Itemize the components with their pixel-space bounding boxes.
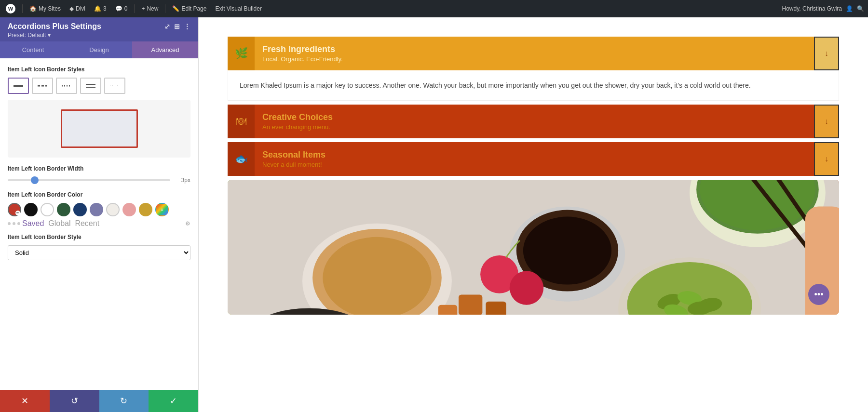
edit-page-link[interactable]: ✏️ Edit Page: [170, 4, 208, 13]
top-bar-left: W 🏠 My Sites ◆ Divi 🔔 3 💬 0 + New ✏️ Edi…: [4, 3, 264, 14]
sidebar-title-icons: ⤢ ⊞ ⋮: [164, 23, 190, 30]
mysites-label: My Sites: [39, 5, 61, 12]
accordion-creative-header[interactable]: 🍽 Creative Choices An ever changing menu…: [228, 105, 839, 138]
svg-rect-29: [459, 295, 482, 315]
food-image-svg: [228, 180, 839, 315]
bell-icon: 🔔: [94, 5, 101, 12]
border-none-btn[interactable]: [104, 78, 125, 94]
color-swatch-black[interactable]: [24, 203, 38, 216]
sidebar-title-row: Accordions Plus Settings ⤢ ⊞ ⋮: [8, 22, 190, 31]
new-label: New: [147, 5, 158, 12]
exit-label: Exit Visual Builder: [215, 5, 262, 12]
home-icon: 🏠: [29, 5, 37, 12]
divi-link[interactable]: ◆ Divi: [68, 4, 87, 13]
page-content: 🌿 Fresh Ingredients Local. Organic. Eco-…: [199, 17, 868, 412]
border-dotted-btn[interactable]: [56, 78, 77, 94]
border-width-slider[interactable]: [8, 179, 170, 181]
wp-logo[interactable]: W: [4, 3, 17, 14]
tab-advanced[interactable]: Advanced: [132, 41, 198, 58]
accordion-fresh-title: Fresh Ingredients: [262, 44, 806, 54]
more-icon[interactable]: ⋮: [184, 23, 190, 30]
svg-point-18: [510, 271, 543, 305]
border-style-select[interactable]: Solid Dashed Dotted Double None: [8, 245, 190, 260]
preset-selector[interactable]: Preset: Default ▾: [8, 32, 190, 39]
undo-button[interactable]: ↺: [50, 390, 99, 412]
color-swatch-pink[interactable]: [122, 203, 136, 216]
accordion-seasonal-toggle[interactable]: ↓: [814, 142, 839, 176]
sidebar-title-text: Accordions Plus Settings: [8, 22, 101, 31]
color-tab-saved[interactable]: Saved: [22, 219, 44, 228]
accordion-creative-toggle[interactable]: ↓: [814, 105, 839, 138]
accordion-fresh-body: Lorem Khaled Ipsum is a major key to suc…: [228, 70, 839, 101]
border-width-value: 3px: [175, 177, 190, 184]
tab-design[interactable]: Design: [66, 41, 132, 58]
border-double-btn[interactable]: [80, 78, 101, 94]
accordion-fresh-toggle[interactable]: ↓: [814, 37, 839, 70]
color-swatch-darkgreen[interactable]: [57, 203, 70, 216]
color-dots: [8, 222, 20, 225]
fresh-icon: 🌿: [235, 47, 248, 60]
accordion-fresh-header[interactable]: 🌿 Fresh Ingredients Local. Organic. Eco-…: [228, 37, 839, 70]
accordion-seasonal-arrow: ↓: [825, 155, 828, 163]
color-settings-icon[interactable]: ⚙: [185, 220, 190, 227]
svg-rect-30: [486, 302, 506, 315]
border-styles-label: Item Left Icon Border Styles: [8, 66, 190, 73]
tab-content[interactable]: Content: [0, 41, 66, 58]
comments-link[interactable]: 💬 0: [113, 4, 130, 13]
color-swatch-cream[interactable]: [106, 203, 120, 216]
accordion-fresh-icon-box: 🌿: [228, 37, 255, 70]
divi-icon: ◆: [69, 5, 74, 12]
new-button[interactable]: + New: [139, 4, 160, 13]
accordion-creative-arrow: ↓: [825, 117, 828, 126]
cancel-button[interactable]: ✕: [0, 390, 50, 412]
border-style-options: [8, 78, 190, 94]
save-button[interactable]: ✓: [149, 390, 198, 412]
user-avatar[interactable]: 👤: [846, 5, 853, 12]
notifications-link[interactable]: 🔔 3: [92, 4, 108, 13]
divider-3: [165, 4, 165, 13]
color-swatch-navy[interactable]: [73, 203, 87, 216]
mysites-link[interactable]: 🏠 My Sites: [27, 4, 63, 13]
accordion-seasonal-text: Seasonal Items Never a dull moment!: [255, 144, 814, 174]
color-swatch-purple[interactable]: [90, 203, 103, 216]
grid-icon[interactable]: ⊞: [174, 23, 180, 30]
border-width-label: Item Left Icon Border Width: [8, 165, 190, 172]
color-tab-recent[interactable]: Recent: [75, 219, 99, 228]
accordion-fresh: 🌿 Fresh Ingredients Local. Organic. Eco-…: [228, 37, 839, 101]
top-bar-right: Howdy, Christina Gwira 👤 🔍: [782, 5, 864, 12]
color-swatch-orange[interactable]: ✏: [8, 203, 21, 216]
accordion-seasonal-title: Seasonal Items: [262, 150, 806, 160]
sidebar-header: Accordions Plus Settings ⤢ ⊞ ⋮ Preset: D…: [0, 17, 198, 41]
sidebar-tabs: Content Design Advanced: [0, 41, 198, 58]
comment-icon: 💬: [115, 5, 122, 12]
color-swatches: ✏ ≡: [8, 203, 190, 216]
divider-1: [22, 4, 23, 13]
accordion-creative-text: Creative Choices An ever changing menu.: [255, 106, 814, 136]
accordion-fresh-arrow: ↓: [825, 49, 828, 58]
color-tab-global[interactable]: Global: [48, 219, 70, 228]
pencil-icon: ✏️: [172, 5, 179, 12]
color-swatch-gold[interactable]: [139, 203, 152, 216]
sidebar-content: Item Left Icon Border Styles: [0, 58, 198, 390]
border-preview-box: [61, 109, 138, 148]
edit-page-label: Edit Page: [181, 5, 206, 12]
border-solid-btn[interactable]: [8, 78, 29, 94]
food-image: •••: [228, 180, 839, 315]
accordion-seasonal-subtitle: Never a dull moment!: [262, 161, 806, 168]
accordion-creative-title: Creative Choices: [262, 112, 806, 122]
color-swatch-white[interactable]: [41, 203, 54, 216]
color-swatch-gradient[interactable]: ≡: [155, 203, 169, 216]
wp-icon: W: [6, 4, 15, 13]
border-width-slider-row: 3px: [8, 177, 190, 184]
accordion-seasonal-icon-box: 🐟: [228, 142, 255, 176]
border-dashed-btn[interactable]: [32, 78, 53, 94]
accordion-creative-subtitle: An ever changing menu.: [262, 123, 806, 131]
exit-builder-link[interactable]: Exit Visual Builder: [213, 4, 264, 13]
redo-button[interactable]: ↻: [99, 390, 149, 412]
expand-icon[interactable]: ⤢: [164, 23, 170, 30]
search-icon[interactable]: 🔍: [857, 5, 864, 12]
svg-point-16: [323, 237, 431, 315]
svg-rect-31: [438, 305, 457, 315]
accordion-seasonal-header[interactable]: 🐟 Seasonal Items Never a dull moment! ↓: [228, 142, 839, 176]
divider-2: [134, 4, 135, 13]
